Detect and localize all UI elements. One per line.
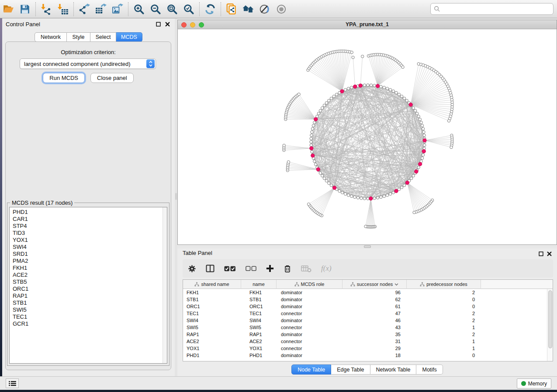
table-row[interactable]: FKH1FKH1dominator962	[183, 289, 553, 296]
table-cell-blank	[481, 324, 553, 331]
network-document-icon	[226, 3, 237, 15]
table-scrollbar-thumb[interactable]	[548, 290, 552, 348]
tab-motifs[interactable]: Motifs	[416, 364, 443, 375]
add-column-icon[interactable]	[266, 265, 274, 272]
tab-edge-table[interactable]: Edge Table	[331, 364, 370, 375]
tab-mcds[interactable]: MCDS	[116, 32, 142, 42]
close-table-panel-icon[interactable]	[547, 250, 552, 258]
memory-button[interactable]: Memory	[517, 378, 551, 389]
result-list-scrollbar[interactable]	[163, 207, 167, 363]
mcds-result-item[interactable]: SWI5	[10, 306, 167, 313]
tab-network-table[interactable]: Network Table	[370, 364, 417, 375]
select-all-icon[interactable]	[224, 265, 236, 272]
hide-selected-button[interactable]	[256, 2, 273, 17]
table-row[interactable]: YOX1YOX1connector291	[183, 345, 553, 352]
float-panel-icon[interactable]	[156, 21, 161, 27]
column-header-label: successor nodes	[357, 282, 393, 287]
mcds-result-item[interactable]: STB1	[10, 299, 167, 306]
search-input[interactable]	[440, 3, 553, 14]
network-svg[interactable]	[178, 29, 557, 244]
zoom-fit-button[interactable]	[164, 2, 180, 17]
zoom-selected-button[interactable]	[180, 2, 197, 17]
column-header[interactable]: predecessor nodes	[407, 280, 481, 289]
mcds-result-item[interactable]: STP4	[10, 223, 167, 230]
mcds-result-item[interactable]: ACE2	[10, 272, 167, 279]
table-cell: YOX1	[183, 345, 241, 352]
vertical-splitter-handle[interactable]	[175, 193, 177, 200]
mcds-result-item[interactable]: PHD1	[10, 209, 167, 216]
zoom-in-button[interactable]	[131, 2, 147, 17]
mcds-result-item[interactable]: PMA2	[10, 258, 167, 265]
tab-network[interactable]: Network	[35, 32, 67, 42]
new-network-from-selection-button[interactable]	[223, 2, 240, 17]
table-cell-blank	[481, 338, 553, 345]
table-cell: 2	[407, 310, 481, 317]
mcds-result-item[interactable]: RAP1	[10, 292, 167, 299]
column-header[interactable]: name	[241, 280, 277, 289]
mcds-result-item[interactable]: TEC1	[10, 313, 167, 320]
open-session-button[interactable]	[0, 2, 17, 17]
close-panel-icon[interactable]	[165, 21, 170, 27]
mcds-result-item[interactable]: YOX1	[10, 237, 167, 244]
export-table-button[interactable]	[93, 2, 109, 17]
horizontal-splitter-handle[interactable]	[364, 245, 371, 248]
tab-style[interactable]: Style	[67, 32, 90, 42]
zoom-out-button[interactable]	[147, 2, 164, 17]
table-cell: 0	[407, 296, 481, 303]
table-cell: PHD1	[241, 352, 277, 359]
hide-eye-slash-icon	[259, 3, 270, 15]
table-scrollbar[interactable]	[547, 289, 553, 361]
save-session-button[interactable]	[17, 2, 33, 17]
optimization-criterion-dropdown[interactable]: largest connected component (undirected)	[20, 58, 156, 69]
table-row[interactable]: TEC1TEC1connector472	[183, 310, 553, 317]
import-network-button[interactable]	[38, 2, 55, 17]
table-cell: connector	[277, 338, 343, 345]
table-row[interactable]: ACE2ACE2connector311	[183, 338, 553, 345]
list-icon	[9, 381, 16, 386]
deselect-all-icon[interactable]	[246, 265, 256, 272]
run-mcds-button[interactable]: Run MCDS	[43, 73, 85, 83]
table-cell: dominator	[277, 331, 343, 338]
table-row[interactable]: ORC1ORC1dominator610	[183, 303, 553, 310]
search-field[interactable]	[430, 3, 554, 15]
table-row[interactable]: SWI4SWI4dominator462	[183, 317, 553, 324]
status-menu-button[interactable]	[6, 378, 19, 388]
settings-gear-icon[interactable]	[188, 265, 196, 273]
table-row[interactable]: SWI5SWI5connector431	[183, 324, 553, 331]
mcds-result-item[interactable]: FKH1	[10, 265, 167, 272]
first-neighbors-button[interactable]	[240, 2, 256, 17]
mcds-result-item[interactable]: SWI4	[10, 244, 167, 251]
mcds-result-item[interactable]: SRD1	[10, 251, 167, 258]
table-row[interactable]: RAP1RAP1dominator352	[183, 331, 553, 338]
mcds-result-list[interactable]: PHD1CAR1STP4TID3YOX1SWI4SRD1PMA2FKH1ACE2…	[9, 207, 167, 364]
horizontal-splitter[interactable]	[177, 245, 557, 248]
float-table-panel-icon[interactable]	[539, 250, 543, 258]
mcds-result-item[interactable]: STB5	[10, 279, 167, 285]
open-folder-icon	[3, 3, 14, 15]
dropdown-selected-value: largest connected component (undirected)	[20, 61, 146, 67]
table-row[interactable]: PHD1PHD1dominator180	[183, 352, 553, 359]
tab-select[interactable]: Select	[90, 32, 116, 42]
export-network-button[interactable]	[76, 2, 93, 17]
column-header[interactable]: successor nodes	[343, 280, 407, 289]
mcds-result-item[interactable]: GCR1	[10, 320, 167, 327]
network-titlebar[interactable]: YPA_prune.txt_1	[178, 20, 557, 29]
import-table-button[interactable]	[55, 2, 71, 17]
column-header[interactable]: MCDS role	[277, 280, 343, 289]
tab-node-table[interactable]: Node Table	[291, 364, 331, 375]
refresh-layout-button[interactable]	[202, 2, 218, 17]
export-image-button[interactable]	[109, 2, 126, 17]
show-column-panel-icon[interactable]	[206, 264, 214, 273]
close-panel-button[interactable]: Close panel	[90, 73, 134, 83]
column-header[interactable]: shared name	[183, 280, 241, 289]
column-type-icon	[194, 282, 199, 287]
table-cell: 31	[343, 338, 407, 345]
mcds-result-item[interactable]: TID3	[10, 230, 167, 237]
delete-column-trash-icon[interactable]	[284, 264, 291, 273]
mcds-result-item[interactable]: CAR1	[10, 216, 167, 223]
table-row[interactable]: STB1STB1dominator620	[183, 296, 553, 303]
column-header-label: MCDS role	[301, 282, 325, 287]
mcds-result-item[interactable]: ORC1	[10, 285, 167, 292]
show-all-button[interactable]	[273, 2, 290, 17]
table-cell: SWI5	[241, 324, 277, 331]
